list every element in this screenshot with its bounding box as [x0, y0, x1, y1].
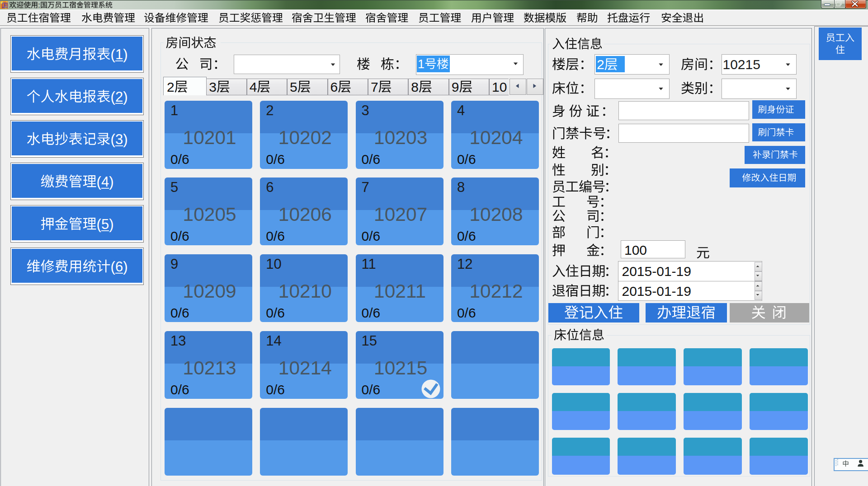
- svg-text:2015-01-19: 2015-01-19: [622, 264, 691, 279]
- svg-text:0/6: 0/6: [170, 305, 189, 320]
- svg-text:3: 3: [362, 103, 369, 118]
- svg-text:(5): (5): [97, 216, 114, 232]
- svg-text:11: 11: [362, 256, 376, 272]
- svg-text:1: 1: [170, 103, 178, 118]
- svg-text:6: 6: [330, 79, 338, 94]
- svg-text:9: 9: [170, 256, 178, 272]
- svg-text:(6): (6): [111, 259, 128, 275]
- svg-text:100: 100: [624, 243, 647, 257]
- svg-text:10202: 10202: [278, 127, 332, 148]
- svg-text:2015-01-19: 2015-01-19: [622, 284, 691, 299]
- svg-text:0/6: 0/6: [362, 152, 381, 167]
- svg-text:4: 4: [250, 79, 257, 94]
- svg-text:2: 2: [167, 79, 175, 94]
- svg-text:10211: 10211: [374, 280, 426, 302]
- svg-text:0/6: 0/6: [362, 229, 381, 243]
- svg-text:10: 10: [266, 256, 281, 272]
- svg-text:0/6: 0/6: [266, 152, 285, 167]
- svg-text:9: 9: [452, 79, 459, 94]
- svg-text:10215: 10215: [374, 357, 427, 379]
- svg-text:10208: 10208: [469, 204, 523, 225]
- svg-text:4: 4: [457, 103, 465, 118]
- svg-text:14: 14: [266, 333, 281, 349]
- svg-text:(2): (2): [111, 89, 128, 105]
- svg-text:10214: 10214: [278, 357, 332, 379]
- svg-text:10213: 10213: [183, 357, 236, 379]
- svg-text:8: 8: [457, 179, 465, 195]
- svg-text:10207: 10207: [374, 204, 427, 225]
- svg-text:0/6: 0/6: [170, 152, 189, 167]
- svg-text:10203: 10203: [374, 127, 427, 148]
- svg-text:(4): (4): [97, 174, 114, 190]
- svg-text:12: 12: [457, 256, 472, 272]
- svg-text:0/6: 0/6: [457, 305, 476, 320]
- svg-text:10201: 10201: [183, 127, 236, 148]
- svg-text:0/6: 0/6: [457, 152, 476, 167]
- svg-text:0/6: 0/6: [266, 305, 285, 320]
- svg-text:10: 10: [492, 79, 507, 94]
- svg-text:10209: 10209: [183, 280, 236, 302]
- svg-text:10205: 10205: [183, 204, 236, 225]
- svg-text:13: 13: [170, 333, 186, 349]
- svg-text:7: 7: [371, 79, 378, 94]
- svg-text:0/6: 0/6: [266, 229, 285, 243]
- svg-text::: :: [38, 1, 40, 9]
- svg-text:10212: 10212: [469, 280, 523, 302]
- svg-text:5: 5: [170, 179, 178, 195]
- svg-text:10204: 10204: [469, 127, 523, 148]
- svg-text:(1): (1): [111, 47, 128, 62]
- svg-text:(3): (3): [111, 131, 128, 147]
- svg-text:10206: 10206: [278, 204, 332, 225]
- svg-text:0/6: 0/6: [362, 305, 381, 320]
- svg-text:8: 8: [411, 79, 419, 94]
- svg-text:6: 6: [266, 179, 274, 195]
- svg-text:0/6: 0/6: [362, 382, 381, 397]
- svg-text:2: 2: [597, 57, 604, 72]
- svg-text:0/6: 0/6: [170, 229, 189, 243]
- svg-text:15: 15: [362, 333, 377, 349]
- svg-text:7: 7: [362, 179, 369, 195]
- svg-text:10210: 10210: [278, 280, 332, 302]
- svg-text:0/6: 0/6: [266, 382, 285, 397]
- svg-text:0/6: 0/6: [170, 382, 189, 397]
- svg-text:0/6: 0/6: [457, 229, 476, 243]
- svg-text:10215: 10215: [723, 57, 760, 72]
- svg-text:2: 2: [266, 103, 274, 118]
- svg-text:1: 1: [418, 57, 425, 71]
- svg-text:5: 5: [290, 79, 297, 94]
- svg-text:3: 3: [209, 79, 217, 94]
